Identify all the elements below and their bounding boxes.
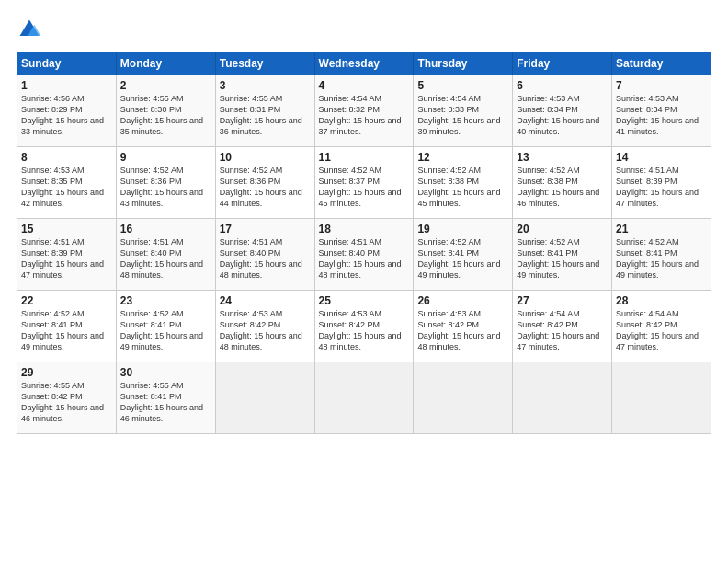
table-row: 14 Sunrise: 4:51 AMSunset: 8:39 PMDaylig… xyxy=(612,147,711,219)
empty-cell xyxy=(612,362,711,434)
col-wednesday: Wednesday xyxy=(314,52,414,75)
calendar-week-row: 15 Sunrise: 4:51 AMSunset: 8:39 PMDaylig… xyxy=(17,219,711,291)
calendar-week-row: 1 Sunrise: 4:56 AMSunset: 8:29 PMDayligh… xyxy=(17,75,711,147)
table-row: 3 Sunrise: 4:55 AMSunset: 8:31 PMDayligh… xyxy=(215,75,314,147)
table-row: 10 Sunrise: 4:52 AMSunset: 8:36 PMDaylig… xyxy=(215,147,314,219)
col-saturday: Saturday xyxy=(612,52,711,75)
table-row: 29 Sunrise: 4:55 AMSunset: 8:42 PMDaylig… xyxy=(17,362,117,434)
calendar-week-row: 29 Sunrise: 4:55 AMSunset: 8:42 PMDaylig… xyxy=(17,362,711,434)
col-sunday: Sunday xyxy=(17,52,117,75)
col-tuesday: Tuesday xyxy=(215,52,314,75)
table-row: 24 Sunrise: 4:53 AMSunset: 8:42 PMDaylig… xyxy=(215,291,314,362)
calendar-header-row: Sunday Monday Tuesday Wednesday Thursday… xyxy=(17,52,711,75)
table-row: 6 Sunrise: 4:53 AMSunset: 8:34 PMDayligh… xyxy=(513,75,612,147)
table-row: 12 Sunrise: 4:52 AMSunset: 8:38 PMDaylig… xyxy=(414,147,513,219)
table-row: 5 Sunrise: 4:54 AMSunset: 8:33 PMDayligh… xyxy=(414,75,513,147)
logo-icon xyxy=(17,17,42,42)
table-row: 18 Sunrise: 4:51 AMSunset: 8:40 PMDaylig… xyxy=(314,219,414,291)
table-row: 7 Sunrise: 4:53 AMSunset: 8:34 PMDayligh… xyxy=(612,75,711,147)
table-row: 21 Sunrise: 4:52 AMSunset: 8:41 PMDaylig… xyxy=(612,219,711,291)
table-row: 27 Sunrise: 4:54 AMSunset: 8:42 PMDaylig… xyxy=(513,291,612,362)
table-row: 17 Sunrise: 4:51 AMSunset: 8:40 PMDaylig… xyxy=(215,219,314,291)
table-row: 19 Sunrise: 4:52 AMSunset: 8:41 PMDaylig… xyxy=(414,219,513,291)
table-row: 25 Sunrise: 4:53 AMSunset: 8:42 PMDaylig… xyxy=(314,291,414,362)
calendar-week-row: 8 Sunrise: 4:53 AMSunset: 8:35 PMDayligh… xyxy=(17,147,711,219)
table-row: 13 Sunrise: 4:52 AMSunset: 8:38 PMDaylig… xyxy=(513,147,612,219)
empty-cell xyxy=(314,362,414,434)
table-row: 4 Sunrise: 4:54 AMSunset: 8:32 PMDayligh… xyxy=(314,75,414,147)
table-row: 22 Sunrise: 4:52 AMSunset: 8:41 PMDaylig… xyxy=(17,291,117,362)
table-row: 23 Sunrise: 4:52 AMSunset: 8:41 PMDaylig… xyxy=(116,291,215,362)
table-row: 26 Sunrise: 4:53 AMSunset: 8:42 PMDaylig… xyxy=(414,291,513,362)
col-friday: Friday xyxy=(513,52,612,75)
table-row: 28 Sunrise: 4:54 AMSunset: 8:42 PMDaylig… xyxy=(612,291,711,362)
logo xyxy=(17,17,46,42)
table-row: 8 Sunrise: 4:53 AMSunset: 8:35 PMDayligh… xyxy=(17,147,117,219)
table-row: 20 Sunrise: 4:52 AMSunset: 8:41 PMDaylig… xyxy=(513,219,612,291)
table-row: 1 Sunrise: 4:56 AMSunset: 8:29 PMDayligh… xyxy=(17,75,117,147)
header xyxy=(17,17,711,42)
empty-cell xyxy=(513,362,612,434)
col-thursday: Thursday xyxy=(414,52,513,75)
col-monday: Monday xyxy=(116,52,215,75)
page: Sunday Monday Tuesday Wednesday Thursday… xyxy=(0,0,728,563)
table-row: 30 Sunrise: 4:55 AMSunset: 8:41 PMDaylig… xyxy=(116,362,215,434)
empty-cell xyxy=(215,362,314,434)
table-row: 2 Sunrise: 4:55 AMSunset: 8:30 PMDayligh… xyxy=(116,75,215,147)
table-row: 15 Sunrise: 4:51 AMSunset: 8:39 PMDaylig… xyxy=(17,219,117,291)
empty-cell xyxy=(414,362,513,434)
table-row: 11 Sunrise: 4:52 AMSunset: 8:37 PMDaylig… xyxy=(314,147,414,219)
calendar-week-row: 22 Sunrise: 4:52 AMSunset: 8:41 PMDaylig… xyxy=(17,291,711,362)
table-row: 16 Sunrise: 4:51 AMSunset: 8:40 PMDaylig… xyxy=(116,219,215,291)
table-row: 9 Sunrise: 4:52 AMSunset: 8:36 PMDayligh… xyxy=(116,147,215,219)
calendar-table: Sunday Monday Tuesday Wednesday Thursday… xyxy=(17,52,711,434)
